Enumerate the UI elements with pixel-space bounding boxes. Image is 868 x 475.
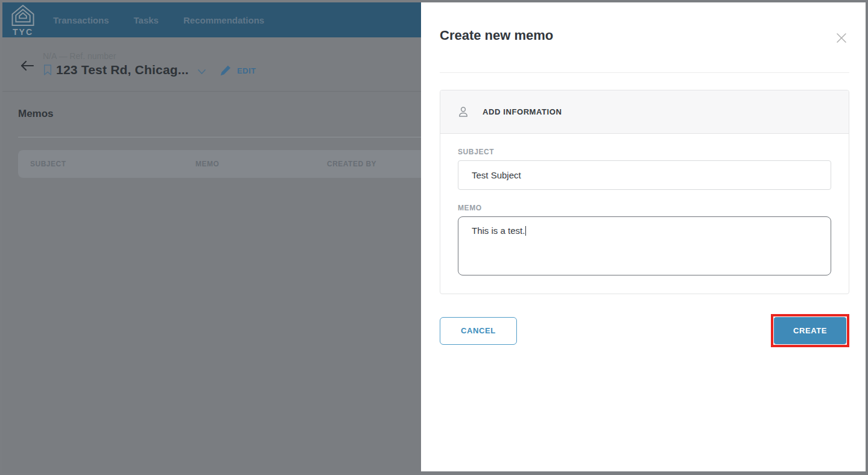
modal-actions: CANCEL CREATE xyxy=(440,314,849,347)
cancel-button[interactable]: CANCEL xyxy=(440,317,517,345)
annotation-highlight: CREATE xyxy=(771,314,849,347)
create-memo-modal: Create new memo xyxy=(421,2,866,471)
background-page: TYC Transactions Tasks Recommendations xyxy=(2,2,421,473)
create-button[interactable]: CREATE xyxy=(774,317,846,344)
modal-backdrop[interactable] xyxy=(2,2,421,473)
app-root: TYC Transactions Tasks Recommendations xyxy=(2,2,866,473)
text-cursor xyxy=(525,226,526,236)
modal-title-divider xyxy=(440,72,849,73)
add-information-label: ADD INFORMATION xyxy=(483,107,562,116)
add-information-header: ADD INFORMATION xyxy=(440,90,849,134)
add-information-card: ADD INFORMATION SUBJECT MEMO This is a t… xyxy=(440,90,849,294)
close-icon xyxy=(835,31,848,45)
modal-title: Create new memo xyxy=(440,28,553,43)
memo-textarea[interactable]: This is a test. xyxy=(458,216,831,275)
add-information-body: SUBJECT MEMO This is a test. xyxy=(440,134,849,294)
memo-field-group: MEMO This is a test. xyxy=(458,204,831,275)
subject-input[interactable] xyxy=(458,160,831,190)
close-button[interactable] xyxy=(834,30,849,46)
modal-header: Create new memo xyxy=(440,2,849,46)
subject-field-label: SUBJECT xyxy=(458,148,831,156)
memo-field-label: MEMO xyxy=(458,204,831,212)
window-frame: TYC Transactions Tasks Recommendations xyxy=(0,0,868,475)
user-outline-icon xyxy=(457,106,469,118)
memo-text: This is a test. xyxy=(472,225,525,236)
